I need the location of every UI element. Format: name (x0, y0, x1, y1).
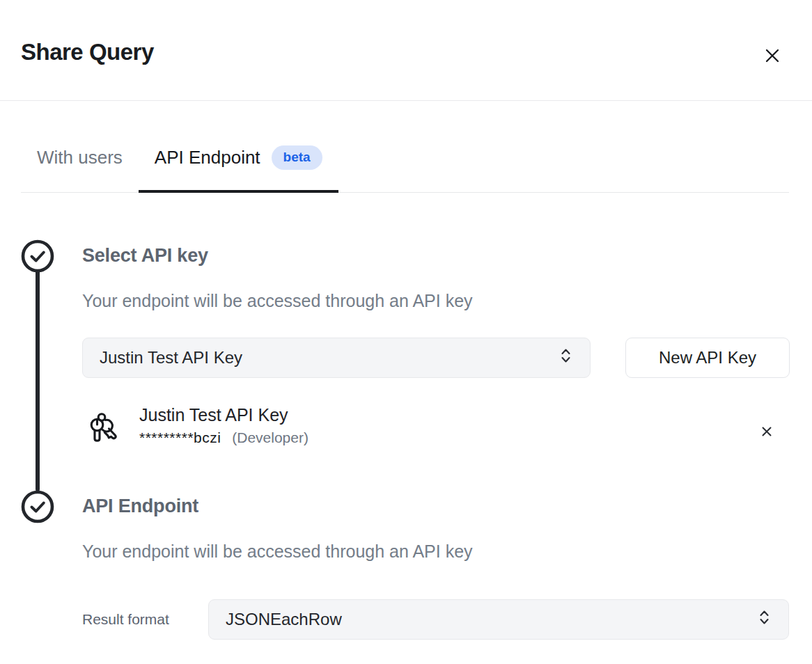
tab-with-users[interactable]: With users (21, 125, 139, 193)
dialog-title: Share Query (21, 39, 154, 65)
selected-key-details: *********bczi (Developer) (139, 429, 309, 446)
close-x-icon (761, 426, 772, 439)
keys-icon (88, 411, 118, 448)
beta-badge: beta (272, 145, 322, 170)
tab-label: With users (37, 147, 123, 168)
chevron-up-down-icon (560, 347, 572, 368)
dialog-header: Share Query (0, 0, 812, 101)
close-dialog-button[interactable] (763, 47, 781, 65)
selected-key-name: Justin Test API Key (139, 405, 288, 425)
check-circle-icon (21, 239, 54, 273)
tab-api-endpoint[interactable]: API Endpoint beta (139, 125, 338, 193)
result-format-select-value: JSONEachRow (226, 610, 342, 629)
selected-api-key-row: Justin Test API Key *********bczi (Devel… (0, 404, 812, 459)
check-circle-icon (21, 490, 54, 523)
api-key-select-value: Justin Test API Key (100, 348, 242, 367)
remove-selected-key-button[interactable] (756, 422, 777, 443)
result-format-select[interactable]: JSONEachRow (208, 599, 789, 640)
selected-key-role: (Developer) (232, 429, 309, 445)
close-x-icon (764, 47, 781, 66)
step1-title: Select API key (82, 245, 208, 267)
result-format-label: Result format (82, 599, 169, 640)
tab-bar: With users API Endpoint beta (21, 125, 789, 193)
step2-subtitle: Your endpoint will be accessed through a… (82, 542, 473, 562)
step1-subtitle: Your endpoint will be accessed through a… (82, 291, 473, 311)
step2-title: API Endpoint (82, 496, 198, 517)
api-key-select[interactable]: Justin Test API Key (82, 338, 591, 378)
selected-key-masked-secret: *********bczi (139, 429, 221, 445)
steps-container: Select API key Your endpoint will be acc… (0, 239, 812, 643)
share-query-dialog: Share Query With users API Endpoint beta… (0, 0, 812, 664)
tab-label: API Endpoint (155, 147, 260, 168)
new-api-key-button[interactable]: New API Key (625, 338, 790, 378)
chevron-up-down-icon (758, 609, 770, 630)
